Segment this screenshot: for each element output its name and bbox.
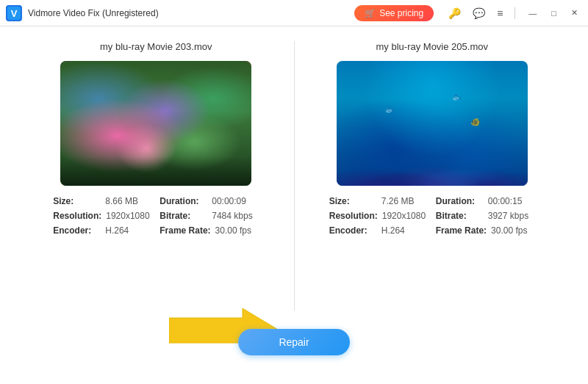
right-video-title: my blu-ray Movie 205.mov (376, 41, 488, 52)
right-bitrate-label: Bitrate: (436, 211, 484, 221)
video-panels: my blu-ray Movie 203.mov Size: 8.66 MB D… (22, 41, 566, 311)
left-video-thumbnail (60, 61, 251, 186)
chat-icon[interactable]: 💬 (470, 6, 488, 21)
pricing-label: See pricing (379, 8, 423, 18)
right-framerate-label: Frame Rate: (436, 225, 487, 236)
separator (514, 7, 515, 19)
left-resolution-col: Resolution: 1920x1080 (53, 211, 152, 221)
panel-divider (294, 41, 295, 311)
left-resolution-label: Resolution: (53, 211, 101, 221)
right-bitrate-col: Bitrate: 3927 kbps (436, 211, 535, 221)
left-encoder-col: Encoder: H.264 (53, 225, 152, 236)
fish-icon-3: 🐠 (470, 117, 481, 127)
left-resolution-value: 1920x1080 (106, 211, 149, 221)
left-size-label: Size: (53, 196, 101, 206)
left-bitrate-value: 7484 kbps (212, 211, 252, 221)
left-duration-label: Duration: (159, 196, 207, 206)
right-duration-col: Duration: 00:00:15 (436, 196, 535, 206)
left-duration-value: 00:00:09 (212, 196, 246, 206)
repair-area: Repair (22, 311, 566, 369)
right-meta-table: Size: 7.26 MB Duration: 00:00:15 Resolut… (329, 196, 535, 240)
left-meta-row-1: Size: 8.66 MB Duration: 00:00:09 (53, 196, 259, 206)
right-panel: my blu-ray Movie 205.mov 🐟 🐟 🐠 Size: 7.2… (298, 41, 567, 311)
ocean-rocks (337, 145, 528, 186)
app-logo: V (6, 5, 22, 21)
left-panel: my blu-ray Movie 203.mov Size: 8.66 MB D… (22, 41, 290, 311)
right-size-col: Size: 7.26 MB (329, 196, 429, 206)
fish-icon-2: 🐟 (451, 93, 462, 102)
menu-icon[interactable]: ≡ (494, 6, 506, 21)
left-size-col: Size: 8.66 MB (53, 196, 152, 206)
right-resolution-col: Resolution: 1920x1080 (329, 211, 429, 221)
right-framerate-value: 30.00 fps (491, 225, 527, 236)
left-encoder-label: Encoder: (53, 225, 101, 236)
ocean-image: 🐟 🐟 🐠 (337, 61, 528, 186)
repair-button[interactable]: Repair (238, 329, 349, 355)
right-meta-row-2: Resolution: 1920x1080 Bitrate: 3927 kbps (329, 211, 535, 221)
right-bitrate-value: 3927 kbps (488, 211, 528, 221)
titlebar: V Vidmore Video Fix (Unregistered) 🛒 See… (0, 0, 588, 26)
left-bitrate-col: Bitrate: 7484 kbps (159, 211, 259, 221)
left-meta-row-2: Resolution: 1920x1080 Bitrate: 7484 kbps (53, 211, 259, 221)
left-video-title: my blu-ray Movie 203.mov (100, 41, 212, 52)
right-meta-row-3: Encoder: H.264 Frame Rate: 30.00 fps (329, 225, 535, 236)
right-encoder-value: H.264 (381, 225, 405, 236)
right-encoder-col: Encoder: H.264 (329, 225, 429, 236)
pricing-button[interactable]: 🛒 See pricing (354, 5, 434, 21)
minimize-button[interactable]: — (524, 7, 541, 19)
right-framerate-col: Frame Rate: 30.00 fps (436, 225, 535, 236)
right-size-label: Size: (329, 196, 377, 206)
close-button[interactable]: ✕ (567, 7, 582, 19)
right-video-thumbnail: 🐟 🐟 🐠 (337, 61, 528, 186)
right-duration-value: 00:00:15 (488, 196, 523, 206)
fish-icon-1: 🐟 (384, 105, 395, 115)
left-duration-col: Duration: 00:00:09 (159, 196, 259, 206)
left-meta-table: Size: 8.66 MB Duration: 00:00:09 Resolut… (53, 196, 259, 240)
app-title: Vidmore Video Fix (Unregistered) (28, 8, 354, 18)
left-framerate-col: Frame Rate: 30.00 fps (159, 225, 259, 236)
svg-text:V: V (11, 8, 18, 19)
cart-icon: 🛒 (365, 8, 376, 18)
left-framerate-label: Frame Rate: (159, 225, 210, 236)
left-framerate-value: 30.00 fps (215, 225, 251, 236)
left-encoder-value: H.264 (105, 225, 129, 236)
key-icon[interactable]: 🔑 (445, 6, 464, 21)
main-content: my blu-ray Movie 203.mov Size: 8.66 MB D… (0, 26, 588, 384)
left-size-value: 8.66 MB (105, 196, 138, 206)
left-bitrate-label: Bitrate: (159, 211, 207, 221)
maximize-button[interactable]: □ (547, 7, 561, 19)
right-resolution-label: Resolution: (329, 211, 378, 221)
right-encoder-label: Encoder: (329, 225, 377, 236)
right-duration-label: Duration: (436, 196, 484, 206)
right-size-value: 7.26 MB (381, 196, 415, 206)
right-resolution-value: 1920x1080 (382, 211, 426, 221)
flowers-image (60, 61, 251, 186)
right-meta-row-1: Size: 7.26 MB Duration: 00:00:15 (329, 196, 535, 206)
left-meta-row-3: Encoder: H.264 Frame Rate: 30.00 fps (53, 225, 259, 236)
